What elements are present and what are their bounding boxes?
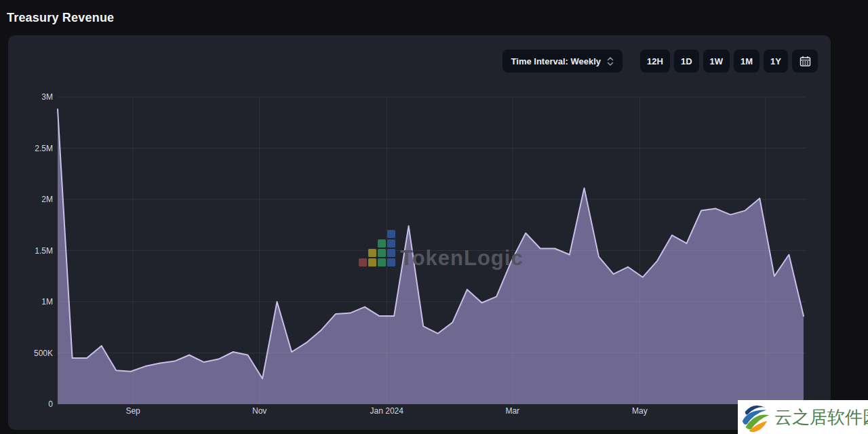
range-button-1d[interactable]: 1D <box>674 50 699 73</box>
tokenlogic-logo-square <box>387 258 395 267</box>
site-logo-icon <box>740 401 771 433</box>
tokenlogic-watermark: TokenLogic <box>359 230 524 270</box>
y-tick-label: 3M <box>41 92 53 102</box>
y-tick-label: 2M <box>41 195 53 204</box>
tokenlogic-logo-square <box>359 258 367 267</box>
x-tick-label: May <box>632 406 648 416</box>
tokenlogic-logo-square <box>378 249 386 257</box>
y-tick-label: 2.5M <box>35 144 53 153</box>
y-tick-label: 1.5M <box>35 246 53 256</box>
time-interval-dropdown-label: Time Interval: Weekly <box>511 56 601 66</box>
range-button-12h[interactable]: 12H <box>640 50 670 73</box>
tokenlogic-logo-square <box>378 258 386 267</box>
x-tick-label: Sep <box>125 406 140 416</box>
tokenlogic-logo-square <box>387 239 395 248</box>
calendar-icon <box>800 56 811 67</box>
time-interval-dropdown[interactable]: Time Interval: Weekly <box>502 50 623 73</box>
site-watermark-badge: 云之居软件园 <box>738 400 868 434</box>
x-tick-label: Mar <box>505 406 519 416</box>
range-button-1w[interactable]: 1W <box>703 50 730 73</box>
tokenlogic-logo-square <box>368 258 376 267</box>
site-watermark-text: 云之居软件园 <box>774 408 868 426</box>
chart-controls: Time Interval: Weekly 12H 1D 1W 1M 1Y <box>502 50 818 73</box>
y-tick-label: 1M <box>41 297 53 307</box>
treasury-revenue-page: Treasury Revenue Time Interval: Weekly 1… <box>0 0 868 434</box>
calendar-button[interactable] <box>792 50 818 73</box>
range-button-1m[interactable]: 1M <box>734 50 760 73</box>
x-tick-label: Nov <box>252 406 267 416</box>
tokenlogic-logo-square <box>368 249 376 257</box>
y-tick-label: 0 <box>48 399 53 409</box>
tokenlogic-logo-square <box>378 239 386 248</box>
x-tick-label: Jan 2024 <box>370 406 404 416</box>
x-axis-labels: SepNovJan 2024MarMay <box>125 406 647 416</box>
tokenlogic-watermark-text: TokenLogic <box>400 246 524 270</box>
tokenlogic-logo-square <box>387 249 395 257</box>
tokenlogic-logo-square <box>387 230 395 238</box>
range-button-1y[interactable]: 1Y <box>764 50 788 73</box>
y-axis-labels: 0500K1M1.5M2M2.5M3M <box>34 92 53 409</box>
chevron-up-down-icon <box>607 56 614 66</box>
y-tick-label: 500K <box>34 349 53 358</box>
